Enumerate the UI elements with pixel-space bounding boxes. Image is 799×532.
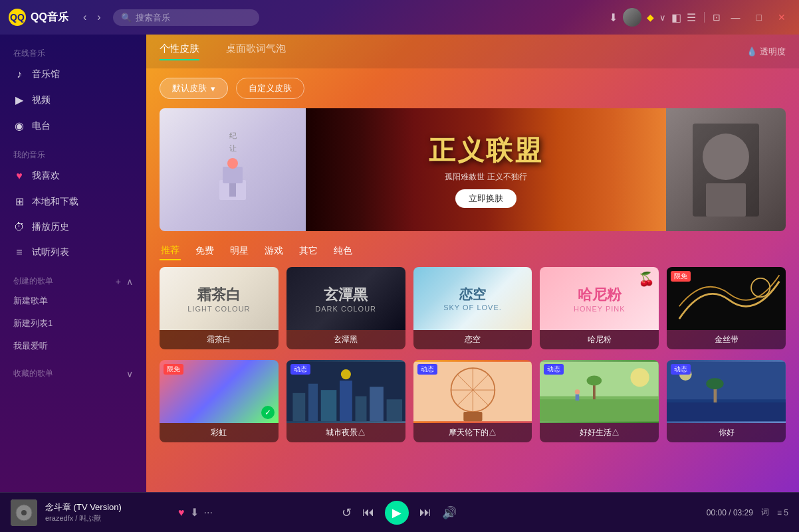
close-button[interactable]: ✕ [772,9,791,25]
sidebar: 在线音乐 ♪ 音乐馆 ▶ 视频 ◉ 电台 我的音乐 ♥ 我喜欢 ⊞ 本地和下载 … [0,35,146,492]
custom-skin-button[interactable]: 自定义皮肤 [236,78,304,99]
banner-right-illustration [686,117,766,223]
transparency-label: 透明度 [760,46,786,58]
skin-icon[interactable]: ◧ [671,11,681,24]
sidebar-item-label: 我喜欢 [32,170,60,182]
dynamic-tag-1: 动态 [290,364,310,375]
sidebar-item-label: 电台 [32,120,51,132]
search-icon: 🔍 [121,13,132,23]
skin-card-hanifen[interactable]: 哈尼粉 HONEY PINK 🍒 哈尼粉 [540,267,659,349]
cat-tab-game[interactable]: 游戏 [263,242,285,260]
svg-rect-34 [576,395,580,400]
skin-label-1: 霜茶白 [197,285,241,305]
search-input[interactable] [136,13,229,23]
skin-card-jinsdai[interactable]: 限免 金丝带 [667,267,786,349]
banner-container: 纪 让 正义联盟 孤阳难赦世 正义不独行 立即换肤 [160,108,786,231]
download-icon[interactable]: ⬇ [609,11,618,24]
skin-grid-row1: 霜茶白 LIGHT COLOUR 霜茶白 玄潭黑 DARK COLOUR 玄潭黑… [146,267,799,360]
skin-label-4: 哈尼粉 [578,285,622,305]
collapse-icon[interactable]: ∧ [126,276,133,287]
menu-icon[interactable]: ☰ [687,11,696,24]
player-controls: ↺ ⏮ ▶ ⏭ 🔊 [342,501,457,525]
avatar[interactable] [623,8,641,27]
sidebar-item-downloads[interactable]: ⊞ 本地和下载 [0,189,146,215]
default-skin-button[interactable]: 默认皮肤 ▾ [160,78,228,99]
prev-button[interactable]: ⏮ [362,505,374,519]
collapse-collected-icon[interactable]: ∨ [126,369,133,379]
add-playlist-icon[interactable]: + [116,276,121,287]
svg-point-33 [575,389,580,395]
playlist-new[interactable]: 新建歌单 [0,290,146,312]
maximize-button[interactable]: □ [751,9,767,25]
tab-personal-skin[interactable]: 个性皮肤 [160,43,199,60]
player-song-title: 念斗章 (TV Version) [45,501,165,513]
titlebar-actions: ⬇ ◆ ∨ ◧ ☰ ⊡ — □ ✕ [609,8,791,27]
cat-tab-star[interactable]: 明星 [229,242,250,260]
shuffle-button[interactable]: ↺ [342,505,352,520]
dynamic-tag-4: 动态 [671,364,691,375]
svg-rect-5 [229,183,236,197]
play-pause-button[interactable]: ▶ [385,501,409,525]
search-bar[interactable]: 🔍 [113,9,259,26]
playlist-my-favorites[interactable]: 我最爱听 [0,335,146,357]
more-button[interactable]: ··· [204,507,213,519]
skin-sublabel-1: LIGHT COLOUR [187,305,250,313]
player-download-button[interactable]: ⬇ [190,506,199,519]
playlist-list1[interactable]: 新建列表1 [0,312,146,335]
svg-point-7 [703,133,749,180]
playlist-count-button[interactable]: ≡ 5 [777,508,788,517]
my-music-section-title: 我的音乐 [0,144,146,163]
skin-card-night2[interactable]: 动态 你好 [667,360,786,442]
forward-button[interactable]: › [93,9,104,26]
banner-subtitle: 孤阳难赦世 正义不独行 [429,171,543,183]
playlist-count: 5 [784,508,788,517]
skin-selector-bar: 默认皮肤 ▾ 自定义皮肤 [146,68,799,108]
download-icon: ⊞ [13,195,25,208]
chevron-down-icon: ∨ [659,13,666,23]
sidebar-item-history[interactable]: ⏱ 播放历史 [0,215,146,240]
selected-check-icon: ✓ [261,406,275,419]
collected-section-title: 收藏的歌单 [13,368,53,379]
category-tabs: 推荐 免费 明星 游戏 其它 纯色 [146,242,799,267]
banner-cta-button[interactable]: 立即换肤 [455,189,516,208]
time-total: 03:29 [733,508,753,517]
custom-skin-label: 自定义皮肤 [249,83,292,93]
cat-tab-free[interactable]: 免费 [194,242,215,260]
skin-card-citynight[interactable]: 动态 城市夜景△ [286,360,405,442]
skin-card-shuangchabai[interactable]: 霜茶白 LIGHT COLOUR 霜茶白 [160,267,279,349]
online-music-section-title: 在线音乐 [0,43,146,62]
minimize-button[interactable]: — [726,9,746,25]
next-button[interactable]: ⏭ [419,505,431,519]
time-separator: / [729,508,733,517]
player-time: 00:00 / 03:29 [707,508,753,517]
sidebar-item-music-hall[interactable]: ♪ 音乐馆 [0,62,146,87]
cat-tab-recommended[interactable]: 推荐 [160,242,181,260]
skin-card-rainbow[interactable]: 限免 ✓ 彩虹 [160,360,279,442]
skin-card-ferriswheel[interactable]: 动态 摩天轮下的△ [413,360,532,442]
limited-tag: 限免 [671,271,691,282]
radio-icon: ◉ [13,120,25,132]
sidebar-item-trial[interactable]: ≡ 试听列表 [0,240,146,265]
transparency-button[interactable]: 💧 透明度 [746,46,786,58]
lyrics-button[interactable]: 词 [761,507,769,518]
svg-rect-16 [355,397,366,422]
sidebar-item-favorites[interactable]: ♥ 我喜欢 [0,163,146,189]
created-playlists-header: 创建的歌单 + ∧ [0,270,146,290]
banner-left-text1: 纪 [206,131,259,141]
back-button[interactable]: ‹ [79,9,90,26]
sidebar-item-video[interactable]: ▶ 视频 [0,87,146,113]
skin-card-xuantanhei[interactable]: 玄潭黑 DARK COLOUR 玄潭黑 [286,267,405,349]
minimode-icon[interactable]: ⊡ [713,12,721,23]
sidebar-item-label: 音乐馆 [32,68,60,80]
sidebar-item-radio[interactable]: ◉ 电台 [0,113,146,139]
volume-button[interactable]: 🔊 [442,505,457,520]
banner-left-text2: 让 [206,143,259,153]
svg-point-19 [341,369,351,379]
svg-point-32 [587,376,602,386]
cat-tab-plain[interactable]: 纯色 [332,242,354,260]
skin-card-liankong[interactable]: 恋空 SKY OF LOVE. 恋空 [413,267,532,349]
tab-desktop-lyrics[interactable]: 桌面歌词气泡 [226,43,286,60]
cat-tab-other[interactable]: 其它 [298,242,319,260]
skin-card-meadow[interactable]: 动态 好好生活△ [540,360,659,442]
like-button[interactable]: ♥ [178,507,185,519]
